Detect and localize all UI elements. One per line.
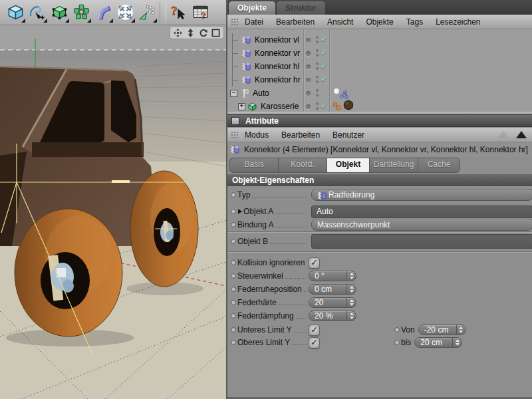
keyframe-bullet[interactable] xyxy=(231,313,236,319)
bindung-a-dropdown[interactable]: Massenschwerpunkt xyxy=(311,219,532,231)
tree-row-konnektor-vr[interactable]: Konnektor vr ✓ xyxy=(227,47,532,60)
editor-dot[interactable] xyxy=(316,102,319,105)
tab-basis[interactable]: Basis xyxy=(229,158,278,173)
tab-objekt[interactable]: Objekt xyxy=(327,158,369,173)
tree-row-konnektor-hl[interactable]: Konnektor hl ✓ xyxy=(227,60,532,73)
stepper-arrows-icon[interactable] xyxy=(346,311,356,321)
particle-emitter-icon[interactable] xyxy=(136,1,158,24)
keyframe-bullet[interactable] xyxy=(231,340,236,345)
stepper-arrows-icon[interactable] xyxy=(456,325,466,334)
render-dot[interactable] xyxy=(316,107,319,110)
unfold-arrow-icon[interactable] xyxy=(238,209,242,214)
render-dot[interactable] xyxy=(316,54,319,57)
3d-viewport[interactable] xyxy=(0,25,226,399)
menu-benutzer[interactable]: Benutzer xyxy=(332,130,364,140)
typ-dropdown[interactable]: Radfederung xyxy=(311,189,532,201)
federruheposition-spinner[interactable]: 0 cm xyxy=(309,284,356,295)
xpresso-calculator-icon[interactable]: ? xyxy=(190,1,211,24)
panel-icon[interactable] xyxy=(231,117,239,125)
make-editable-icon[interactable] xyxy=(49,1,70,24)
axis-expand-icon[interactable] xyxy=(114,1,136,24)
render-dot[interactable] xyxy=(316,80,319,83)
section-header[interactable]: Objekt-Eigenschaften xyxy=(227,174,532,186)
kollision-checkbox[interactable] xyxy=(309,257,320,269)
stepper-arrows-icon[interactable] xyxy=(346,271,356,281)
stepper-arrows-icon[interactable] xyxy=(346,285,356,294)
connector-tag-icon[interactable] xyxy=(339,89,350,100)
objekt-b-linkbox[interactable] xyxy=(311,234,532,249)
enabled-check-icon[interactable]: ✓ xyxy=(321,74,327,84)
enabled-check-icon[interactable]: ✓ xyxy=(321,35,327,44)
von-spinner[interactable]: -20 cm xyxy=(418,325,466,335)
editor-dot[interactable] xyxy=(316,89,319,92)
dynamics-tag-icon[interactable] xyxy=(332,101,342,112)
editor-dot[interactable] xyxy=(316,36,319,39)
array-object-icon[interactable] xyxy=(70,1,92,24)
menu-bearbeiten[interactable]: Bearbeiten xyxy=(276,17,315,27)
context-help-icon[interactable]: ? xyxy=(168,1,190,24)
lock-icon[interactable] xyxy=(516,131,527,138)
maximize-icon[interactable] xyxy=(211,29,220,37)
keyframe-bullet[interactable] xyxy=(231,239,236,244)
visibility-dot[interactable] xyxy=(306,51,311,56)
editor-dot[interactable] xyxy=(316,76,319,78)
render-dot[interactable] xyxy=(316,41,319,43)
keyframe-bullet[interactable] xyxy=(231,327,236,332)
federhaerte-spinner[interactable]: 20 xyxy=(309,297,356,308)
unteres-limit-checkbox[interactable] xyxy=(309,325,320,336)
visibility-dot[interactable] xyxy=(306,104,311,109)
menu-ansicht[interactable]: Ansicht xyxy=(327,17,353,27)
editor-dot[interactable] xyxy=(316,63,319,65)
tab-objekte[interactable]: Objekte xyxy=(229,1,275,15)
tab-struktur[interactable]: Struktur xyxy=(277,1,325,15)
federdaempfung-spinner[interactable]: 20 % xyxy=(309,311,356,321)
keyframe-bullet[interactable] xyxy=(231,222,236,227)
render-dot[interactable] xyxy=(316,67,319,70)
bis-spinner[interactable]: 20 cm xyxy=(414,337,462,348)
editor-dot[interactable] xyxy=(316,49,319,52)
menu-datei[interactable]: Datei xyxy=(245,17,263,27)
keyframe-bullet[interactable] xyxy=(394,327,400,332)
objekt-a-linkbox[interactable]: Auto xyxy=(311,205,532,218)
tree-row-karosserie[interactable]: + Karosserie ✓ xyxy=(227,100,532,113)
oberes-limit-checkbox[interactable] xyxy=(309,337,320,348)
grip-handle-icon[interactable] xyxy=(231,131,239,139)
zoom-icon[interactable] xyxy=(186,29,195,37)
tab-koord[interactable]: Koord. xyxy=(278,158,327,173)
pan-icon[interactable] xyxy=(174,29,182,37)
rotate-icon[interactable] xyxy=(199,29,207,37)
stepper-arrows-icon[interactable] xyxy=(346,298,356,307)
cube-primitive-icon[interactable] xyxy=(5,1,27,24)
keyframe-bullet[interactable] xyxy=(231,300,236,305)
enabled-check-icon[interactable]: ✓ xyxy=(321,61,327,70)
stepper-arrows-icon[interactable] xyxy=(452,338,462,347)
tree-row-konnektor-vl[interactable]: Konnektor vl ✓ xyxy=(227,33,532,47)
menu-bearbeiten-attr[interactable]: Bearbeiten xyxy=(281,130,320,140)
enabled-check-icon[interactable]: ✓ xyxy=(321,48,327,57)
bend-deformer-icon[interactable] xyxy=(92,1,114,24)
enabled-check-icon[interactable]: ✓ xyxy=(321,101,327,110)
visibility-dot[interactable] xyxy=(306,78,311,82)
render-dot[interactable] xyxy=(316,94,319,96)
keyframe-bullet[interactable] xyxy=(231,192,236,198)
menu-modus[interactable]: Modus xyxy=(245,130,269,140)
history-arrow-icon[interactable] xyxy=(497,131,509,138)
menu-tags[interactable]: Tags xyxy=(406,17,423,27)
keyframe-bullet[interactable] xyxy=(231,273,236,279)
grip-handle-icon[interactable] xyxy=(231,18,239,26)
keyframe-bullet[interactable] xyxy=(231,287,236,292)
keyframe-bullet[interactable] xyxy=(231,209,236,214)
tree-row-auto[interactable]: − Auto xyxy=(227,86,532,100)
keyframe-bullet[interactable] xyxy=(231,260,236,265)
tree-row-konnektor-hr[interactable]: Konnektor hr ✓ xyxy=(227,73,532,86)
tab-cache[interactable]: Cache xyxy=(418,158,460,173)
steuerwinkel-spinner[interactable]: 0 ° xyxy=(309,271,356,281)
visibility-dot[interactable] xyxy=(306,91,311,96)
menu-lesezeichen[interactable]: Lesezeichen xyxy=(436,17,480,27)
expand-expander[interactable]: + xyxy=(238,103,245,110)
keyframe-bullet[interactable] xyxy=(394,340,400,345)
menu-objekte[interactable]: Objekte xyxy=(366,17,393,27)
wood-material-tag-icon[interactable] xyxy=(343,100,356,112)
visibility-dot[interactable] xyxy=(306,38,311,43)
tab-darstellung[interactable]: Darstellung xyxy=(369,158,418,173)
